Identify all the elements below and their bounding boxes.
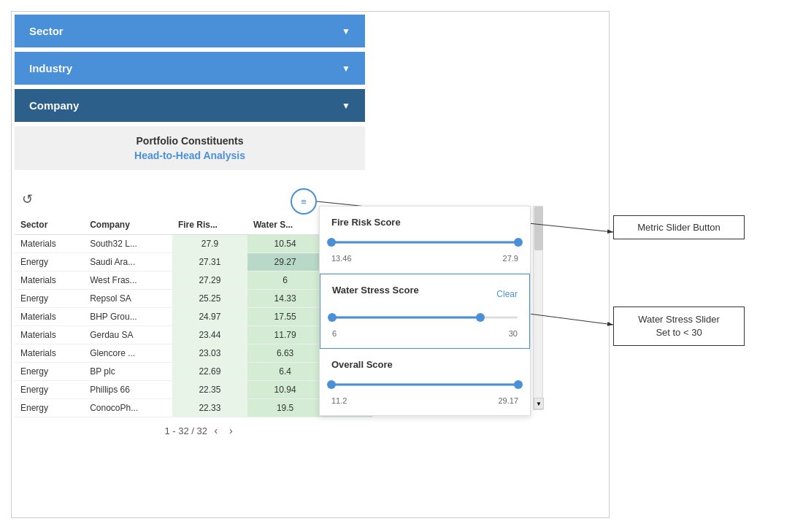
fire-risk-max: 27.9 xyxy=(503,254,518,263)
col-company: Company xyxy=(84,215,172,235)
water-stress-min: 6 xyxy=(332,329,337,338)
pagination-text: 1 - 32 / 32 xyxy=(164,425,207,436)
water-stress-section: Water Stress Score Clear 6 30 xyxy=(320,274,530,349)
overall-score-title: Overall Score xyxy=(331,359,518,370)
fire-risk-title: Fire Risk Score xyxy=(331,217,518,228)
fire-risk-thumb-left[interactable] xyxy=(327,238,336,247)
overall-score-thumb-right[interactable] xyxy=(514,380,523,389)
overall-score-slider-track[interactable] xyxy=(331,377,518,392)
scrollbar[interactable]: ▼ xyxy=(533,206,543,410)
company-arrow: ▼ xyxy=(342,101,350,111)
overall-score-max: 29.17 xyxy=(498,396,518,405)
water-stress-slider-track[interactable] xyxy=(332,310,518,325)
overall-score-min: 11.2 xyxy=(331,396,347,405)
overall-score-thumb-left[interactable] xyxy=(327,380,336,389)
industry-dropdown[interactable]: Industry ▼ xyxy=(15,52,365,85)
fire-risk-min: 13.46 xyxy=(331,254,352,263)
next-page-button[interactable]: › xyxy=(225,423,237,438)
prev-page-button[interactable]: ‹ xyxy=(210,423,223,438)
pagination: 1 - 32 / 32 ‹ › xyxy=(15,417,387,444)
sector-dropdown[interactable]: Sector ▼ xyxy=(15,15,365,47)
water-stress-annotation: Water Stress SliderSet to < 30 xyxy=(613,307,745,346)
company-dropdown[interactable]: Company ▼ xyxy=(15,89,365,122)
water-stress-clear[interactable]: Clear xyxy=(496,289,518,299)
water-stress-annotation-text: Water Stress SliderSet to < 30 xyxy=(638,314,720,338)
col-sector: Sector xyxy=(15,215,84,235)
sector-arrow: ▼ xyxy=(342,26,350,36)
metric-slider-button[interactable]: ≡ xyxy=(291,188,317,215)
water-stress-max: 30 xyxy=(509,329,518,338)
scroll-thumb[interactable] xyxy=(534,207,543,250)
back-button[interactable]: ↺ xyxy=(16,188,39,210)
water-stress-thumb-left[interactable] xyxy=(328,313,337,322)
fire-risk-section: Fire Risk Score 13.46 27.9 xyxy=(320,207,530,274)
sector-label: Sector xyxy=(29,25,64,37)
water-stress-title: Water Stress Score xyxy=(332,285,419,296)
industry-label: Industry xyxy=(29,62,72,74)
water-stress-thumb-right[interactable] xyxy=(476,313,485,322)
portfolio-link[interactable]: Portfolio Constituents xyxy=(29,135,350,147)
nav-links-panel: Portfolio Constituents Head-to-Head Anal… xyxy=(15,126,365,170)
fire-risk-slider-track[interactable] xyxy=(331,235,518,250)
fire-risk-thumb-right[interactable] xyxy=(514,238,523,247)
metric-slider-annotation: Metric Slider Button xyxy=(613,215,745,239)
filter-icon: ≡ xyxy=(301,196,307,207)
slider-popup: Fire Risk Score 13.46 27.9 Water Stress … xyxy=(319,206,531,416)
industry-arrow: ▼ xyxy=(342,63,350,74)
overall-score-section: Overall Score 11.2 29.17 xyxy=(320,349,530,415)
scroll-down-button[interactable]: ▼ xyxy=(534,398,544,409)
col-fire-risk: Fire Ris... xyxy=(172,215,247,235)
metric-slider-annotation-text: Metric Slider Button xyxy=(637,222,720,233)
company-label: Company xyxy=(29,99,79,112)
head-to-head-link[interactable]: Head-to-Head Analysis xyxy=(29,150,350,161)
col-water-stress: Water S... xyxy=(247,215,323,235)
